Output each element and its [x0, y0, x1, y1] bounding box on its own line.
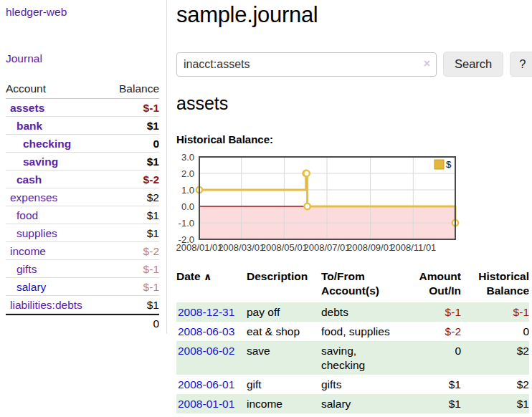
svg-text:2008/03/01: 2008/03/01: [218, 242, 265, 253]
register-table: Date ∧ Description To/From Account(s) Am…: [176, 268, 529, 413]
app-title-link[interactable]: hledger-web: [6, 6, 159, 19]
svg-text:3.0: 3.0: [181, 152, 194, 163]
account-row: food $1: [6, 206, 159, 224]
account-row: saving $1: [6, 153, 159, 171]
sidebar-item-journal[interactable]: Journal: [6, 52, 159, 65]
transaction-accounts: debts: [321, 302, 406, 322]
account-balance: $-2: [143, 173, 159, 186]
account-balance: $2: [147, 191, 159, 204]
account-link[interactable]: cash: [6, 173, 42, 186]
account-link[interactable]: liabilities:debts: [6, 298, 82, 312]
sort-ascending-icon: ∧: [204, 271, 212, 282]
column-header-balance: Historical Balance: [461, 268, 529, 302]
transaction-balance: $-1: [461, 302, 529, 322]
account-balance: $1: [147, 226, 159, 240]
hledger-web-app: hledger-web Journal Account Balance asse…: [0, 0, 532, 413]
date-header-label: Date: [176, 270, 201, 282]
transaction-row[interactable]: 2008-06-02 save saving, checking 0 $2: [176, 341, 529, 375]
svg-text:0.0: 0.0: [181, 201, 194, 212]
account-balance: $-1: [143, 101, 159, 115]
search-form: × Search ?: [176, 52, 532, 77]
balance-chart-svg: $3.02.01.00.0-1.0-2.02008/01/012008/03/0…: [176, 151, 462, 253]
svg-text:2008/11/01: 2008/11/01: [390, 242, 436, 253]
account-balance: $1: [147, 119, 159, 133]
transaction-description: save: [247, 341, 321, 375]
transaction-amount: $-1: [406, 302, 461, 322]
svg-text:-1.0: -1.0: [179, 218, 194, 229]
chart-title: Historical Balance:: [176, 133, 532, 145]
account-row: gifts $-1: [6, 260, 159, 278]
column-header-description: Description: [247, 268, 321, 302]
accounts-list: assets $-1 bank $1 checking 0 saving $1 …: [6, 99, 159, 314]
accounts-table-header: Account Balance: [6, 80, 159, 99]
total-balance: 0: [153, 317, 159, 330]
account-row: expenses $2: [6, 188, 159, 206]
column-header-amount: Amount Out/In: [406, 268, 461, 302]
account-link[interactable]: expenses: [6, 191, 57, 204]
svg-text:2008/07/01: 2008/07/01: [303, 242, 350, 253]
account-link[interactable]: supplies: [6, 226, 57, 240]
account-link[interactable]: bank: [6, 119, 42, 133]
account-balance: $1: [147, 208, 159, 222]
account-link[interactable]: food: [6, 208, 38, 222]
account-row: liabilities:debts $1: [6, 296, 159, 314]
transaction-date-link[interactable]: 2008-06-01: [178, 378, 234, 390]
balance-column-header: Balance: [119, 82, 159, 95]
page-title: sample.journal: [176, 2, 532, 28]
transaction-date-link[interactable]: 2008-01-01: [178, 398, 234, 410]
transaction-accounts: salary: [321, 394, 406, 413]
help-button[interactable]: ?: [510, 52, 532, 77]
transaction-row[interactable]: 2008-06-03 eat & shop food, supplies $-2…: [176, 322, 529, 341]
clear-search-icon[interactable]: ×: [424, 57, 430, 70]
column-header-date[interactable]: Date ∧: [176, 268, 247, 302]
transaction-date-link[interactable]: 2008-06-03: [178, 325, 234, 337]
account-row: income $-2: [6, 242, 159, 260]
account-row: checking 0: [6, 135, 159, 153]
search-box: ×: [176, 52, 437, 77]
account-balance: $-2: [143, 244, 159, 258]
account-balance: $-1: [143, 262, 159, 276]
svg-text:1.0: 1.0: [181, 185, 194, 196]
transaction-amount: $-2: [406, 322, 461, 341]
transaction-balance: $2: [461, 375, 529, 394]
account-row: cash $-2: [6, 171, 159, 188]
account-link[interactable]: assets: [6, 101, 44, 115]
search-button[interactable]: Search: [443, 52, 503, 77]
main-content: sample.journal × Search ? assets Histori…: [167, 0, 532, 413]
account-heading: assets: [176, 93, 532, 114]
svg-text:2008/09/01: 2008/09/01: [347, 242, 394, 253]
transaction-accounts: gifts: [321, 375, 406, 394]
transaction-amount: $1: [406, 394, 461, 413]
accounts-total-row: 0: [6, 314, 159, 332]
transaction-description: gift: [247, 375, 321, 394]
transaction-date-link[interactable]: 2008-12-31: [178, 306, 234, 318]
transaction-amount: 0: [406, 341, 461, 375]
account-balance: $1: [147, 298, 159, 312]
transaction-row[interactable]: 2008-12-31 pay off debts $-1 $-1: [176, 302, 529, 322]
column-header-accounts: To/From Account(s): [321, 268, 406, 302]
account-balance: 0: [153, 137, 159, 150]
transaction-date-link[interactable]: 2008-06-02: [178, 345, 234, 357]
account-balance: $1: [147, 155, 159, 168]
register-header-row: Date ∧ Description To/From Account(s) Am…: [176, 268, 529, 302]
account-link[interactable]: saving: [6, 155, 58, 168]
transaction-row[interactable]: 2008-01-01 income salary $1 $1: [176, 394, 529, 413]
account-link[interactable]: checking: [6, 137, 71, 150]
transaction-accounts: saving, checking: [321, 341, 406, 375]
account-row: assets $-1: [6, 99, 159, 117]
transaction-row[interactable]: 2008-06-01 gift gifts $1 $2: [176, 375, 529, 394]
accounts-table: Account Balance assets $-1 bank $1 check…: [6, 80, 159, 332]
account-link[interactable]: salary: [6, 280, 46, 294]
account-link[interactable]: income: [6, 244, 46, 258]
register-rows: 2008-12-31 pay off debts $-1 $-1 2008-06…: [176, 302, 529, 413]
account-link[interactable]: gifts: [6, 262, 37, 276]
account-row: salary $-1: [6, 278, 159, 296]
transaction-balance: 0: [461, 322, 529, 341]
svg-text:$: $: [446, 159, 452, 170]
transaction-description: pay off: [247, 302, 321, 322]
transaction-description: eat & shop: [247, 322, 321, 341]
account-column-header: Account: [6, 82, 46, 95]
transaction-balance: $1: [461, 394, 529, 413]
transaction-amount: $1: [406, 375, 461, 394]
search-input[interactable]: [176, 52, 437, 77]
